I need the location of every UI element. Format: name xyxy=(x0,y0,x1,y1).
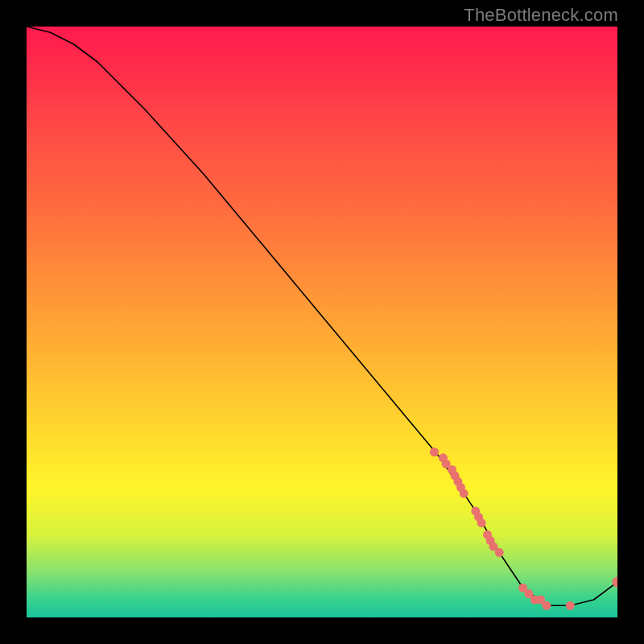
curve-endpoint-marker xyxy=(27,27,617,617)
chart-stage: TheBottleneck.com xyxy=(0,0,644,644)
svg-point-5 xyxy=(453,477,462,486)
gpu-option-points xyxy=(27,27,617,617)
svg-point-16 xyxy=(524,589,533,598)
svg-point-11 xyxy=(483,530,492,539)
svg-point-9 xyxy=(474,513,483,522)
svg-point-18 xyxy=(536,596,545,605)
plot-area xyxy=(27,27,617,617)
watermark-label: TheBottleneck.com xyxy=(464,5,618,26)
svg-point-20 xyxy=(566,601,575,610)
svg-point-10 xyxy=(477,518,486,527)
svg-point-6 xyxy=(456,483,465,492)
svg-point-3 xyxy=(448,465,456,474)
svg-point-12 xyxy=(486,536,495,545)
svg-point-22 xyxy=(613,577,618,588)
svg-point-4 xyxy=(451,471,460,480)
svg-point-14 xyxy=(495,548,504,557)
svg-point-1 xyxy=(439,453,448,462)
bottleneck-curve xyxy=(27,27,617,617)
svg-point-15 xyxy=(518,584,527,592)
svg-point-7 xyxy=(460,489,469,497)
svg-point-2 xyxy=(442,460,451,469)
svg-point-8 xyxy=(471,506,480,515)
svg-point-13 xyxy=(489,542,497,551)
svg-point-0 xyxy=(430,448,439,456)
svg-point-17 xyxy=(530,596,539,605)
svg-point-19 xyxy=(542,601,551,610)
